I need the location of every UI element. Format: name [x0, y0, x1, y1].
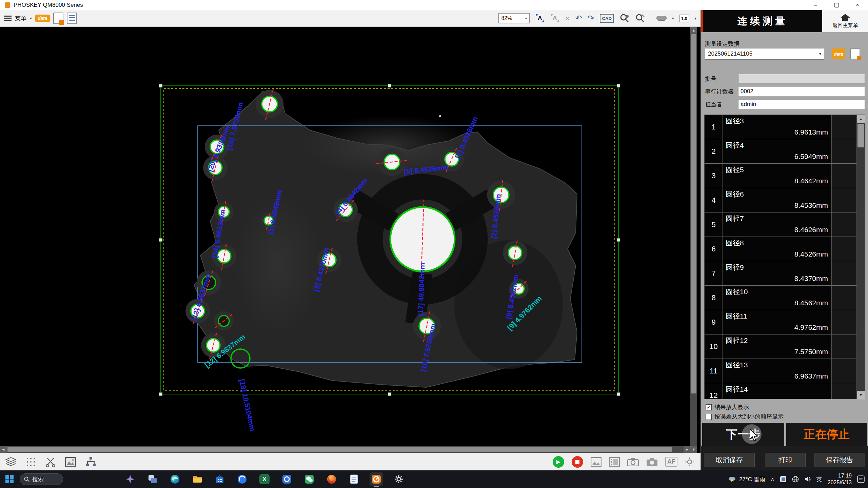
- cad-icon[interactable]: CAD: [600, 14, 614, 23]
- undo-icon[interactable]: ↶: [575, 14, 582, 22]
- tray-app-icon[interactable]: [780, 476, 787, 483]
- speaker-icon[interactable]: [804, 476, 811, 482]
- tray-chevron-icon[interactable]: ∧: [771, 476, 774, 482]
- taskbar-item-notepad[interactable]: [347, 472, 361, 486]
- hierarchy-icon[interactable]: [85, 457, 96, 467]
- zoom-select[interactable]: 82% ▾: [498, 13, 530, 23]
- save-icon[interactable]: [53, 13, 63, 24]
- stop-button[interactable]: [572, 456, 583, 468]
- autofocus-icon[interactable]: AF: [665, 457, 677, 467]
- exposure-caret-icon[interactable]: ▾: [694, 16, 696, 21]
- search-settings-icon[interactable]: [619, 13, 630, 23]
- redo-icon[interactable]: ↷: [588, 14, 594, 22]
- scissors-icon[interactable]: [45, 457, 56, 467]
- capture-image-icon[interactable]: [591, 457, 601, 467]
- result-row[interactable]: 8圆径108.4562mm: [705, 286, 856, 310]
- start-button[interactable]: [5, 475, 14, 483]
- notification-center-icon[interactable]: [857, 475, 865, 483]
- result-row[interactable]: 4圆径68.4536mm: [705, 188, 856, 212]
- network-globe-icon[interactable]: [792, 476, 799, 483]
- scroll-up-icon[interactable]: ▲: [690, 27, 697, 34]
- cancel-save-button[interactable]: 取消保存: [704, 453, 755, 467]
- taskbar-item-browser[interactable]: [235, 472, 249, 486]
- taskbar-item-excel[interactable]: X: [258, 472, 271, 486]
- result-row[interactable]: 11圆径136.9637mm: [705, 359, 856, 383]
- fit-view-icon[interactable]: A: [535, 14, 545, 23]
- taskbar-item-store[interactable]: [213, 472, 226, 486]
- result-row[interactable]: 5圆径78.4626mm: [705, 212, 856, 237]
- scroll-down-icon[interactable]: ▼: [690, 446, 697, 453]
- horizontal-scrollbar[interactable]: ◄ ►: [0, 446, 690, 453]
- result-row[interactable]: 10圆径127.5750mm: [705, 334, 856, 359]
- batch-input[interactable]: [738, 74, 865, 83]
- result-value: 8.4642mm: [794, 177, 828, 185]
- taskbar-item-taskview[interactable]: [146, 472, 159, 486]
- dataset-data-icon[interactable]: data: [832, 48, 845, 59]
- menu-label[interactable]: 菜单: [15, 15, 26, 22]
- taskbar-item-photos[interactable]: [280, 472, 294, 486]
- result-row[interactable]: 6圆径88.4526mm: [705, 237, 856, 261]
- maximize-button[interactable]: ▢: [826, 0, 847, 10]
- taskbar-item-explorer[interactable]: [191, 472, 204, 486]
- data-badge-icon[interactable]: data: [35, 15, 50, 22]
- zoom-result-checkbox-row[interactable]: ✓ 结果放大显示: [706, 403, 749, 411]
- play-button[interactable]: ▶: [553, 456, 564, 468]
- image-icon[interactable]: [65, 457, 76, 467]
- result-row[interactable]: 9圆径114.9762mm: [705, 310, 856, 334]
- taskbar-item-measure-app[interactable]: [370, 472, 383, 486]
- vertical-scroll-thumb[interactable]: [691, 34, 696, 393]
- stopping-button[interactable]: 正在停止: [786, 423, 867, 446]
- results-scroll-up-icon[interactable]: ▲: [857, 115, 865, 123]
- ime-indicator[interactable]: 英: [816, 475, 822, 483]
- minimize-button[interactable]: –: [805, 0, 826, 10]
- report-icon[interactable]: [67, 13, 77, 24]
- taskbar-search[interactable]: 搜索: [20, 473, 63, 485]
- cancel-icon[interactable]: ×: [565, 14, 570, 22]
- brightness-caret-icon[interactable]: ▾: [672, 16, 674, 21]
- dataset-save-icon[interactable]: [850, 48, 860, 59]
- scroll-right-icon[interactable]: ►: [684, 446, 690, 453]
- horizontal-scroll-thumb[interactable]: [7, 447, 672, 452]
- menu-caret-icon[interactable]: ▾: [30, 16, 32, 21]
- fit-selection-icon[interactable]: A: [550, 14, 559, 23]
- weather-widget[interactable]: 27°C 雷雨: [728, 475, 765, 483]
- brightness-bar-icon[interactable]: [656, 16, 667, 21]
- result-row[interactable]: 7圆径98.4370mm: [705, 261, 856, 286]
- layers-icon[interactable]: [5, 457, 16, 467]
- result-row[interactable]: 1圆径36.9613mm: [705, 115, 856, 139]
- search-edit-icon[interactable]: [635, 13, 645, 23]
- film-strip-icon[interactable]: [609, 457, 620, 467]
- menu-icon[interactable]: [4, 16, 12, 21]
- camera-live-icon[interactable]: [646, 458, 658, 466]
- camera-icon[interactable]: [627, 458, 639, 466]
- taskbar-item-settings[interactable]: [392, 472, 406, 486]
- canvas-viewport[interactable]: [16] 7.5750mm[20] 4.9338mm[5] 8.4626mm[7…: [0, 27, 690, 446]
- save-report-button[interactable]: 保存报告: [814, 453, 865, 467]
- zoom-result-checkbox[interactable]: ✓: [706, 404, 712, 410]
- results-scrollbar[interactable]: ▲ ▼: [856, 115, 865, 399]
- result-row[interactable]: 2圆径46.5949mm: [705, 139, 856, 164]
- result-row[interactable]: 3圆径58.4642mm: [705, 164, 856, 188]
- grid-points-icon[interactable]: [26, 457, 36, 467]
- results-scroll-thumb[interactable]: [857, 124, 864, 147]
- results-scroll-down-icon[interactable]: ▼: [857, 391, 865, 399]
- result-row[interactable]: 12圆径14: [705, 383, 856, 399]
- operator-input[interactable]: admin: [738, 100, 865, 109]
- taskbar-item-wechat[interactable]: [302, 472, 316, 486]
- taskbar-item-copilot[interactable]: [123, 472, 137, 486]
- taskbar-clock[interactable]: 17:19 2025/6/13: [828, 472, 852, 486]
- scroll-left-icon[interactable]: ◄: [0, 446, 7, 453]
- result-status-cell: [831, 359, 856, 383]
- sort-error-checkbox[interactable]: [706, 414, 712, 420]
- close-button[interactable]: ×: [847, 0, 868, 10]
- taskbar-item-edge[interactable]: [168, 472, 182, 486]
- vertical-scrollbar[interactable]: ▲ ▼: [690, 27, 697, 453]
- print-button[interactable]: 打印: [765, 453, 806, 467]
- dataset-dropdown[interactable]: 20250612141105 ▾: [705, 48, 824, 60]
- serial-input[interactable]: 0002: [738, 87, 865, 96]
- sort-error-checkbox-row[interactable]: 按误差从大到小的顺序显示: [706, 413, 784, 421]
- return-main-menu-button[interactable]: 返回主菜单: [822, 10, 868, 32]
- brightness-icon[interactable]: [685, 457, 694, 467]
- exposure-icon[interactable]: 1.0: [679, 15, 689, 22]
- taskbar-item-firefox[interactable]: [325, 472, 338, 486]
